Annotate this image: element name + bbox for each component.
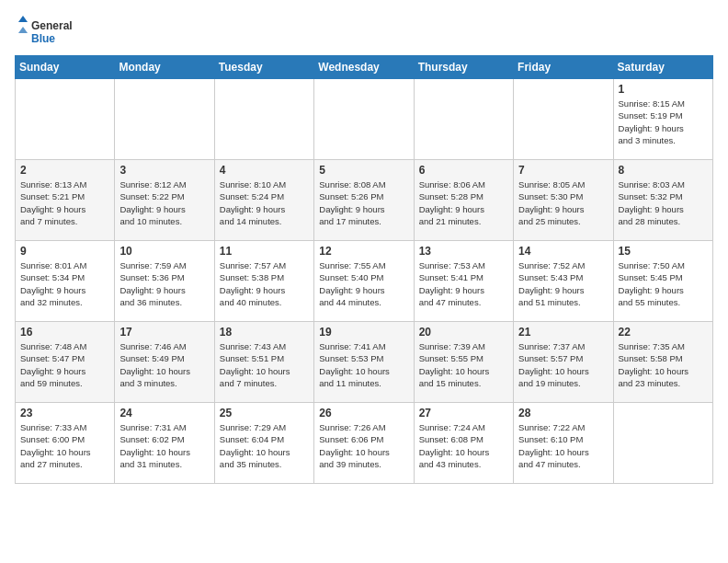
calendar-table: SundayMondayTuesdayWednesdayThursdayFrid… — [15, 55, 713, 484]
calendar-cell: 17Sunrise: 7:46 AM Sunset: 5:49 PM Dayli… — [115, 322, 214, 403]
calendar-cell — [314, 79, 414, 160]
logo: General Blue — [15, 15, 88, 48]
day-number: 27 — [419, 407, 508, 419]
calendar-cell: 12Sunrise: 7:55 AM Sunset: 5:40 PM Dayli… — [314, 241, 414, 322]
calendar-cell: 8Sunrise: 8:03 AM Sunset: 5:32 PM Daylig… — [613, 160, 712, 241]
calendar-cell: 19Sunrise: 7:41 AM Sunset: 5:53 PM Dayli… — [314, 322, 414, 403]
calendar-cell: 3Sunrise: 8:12 AM Sunset: 5:22 PM Daylig… — [115, 160, 214, 241]
day-number: 14 — [518, 245, 608, 258]
day-number: 20 — [419, 326, 508, 339]
day-number: 5 — [319, 164, 408, 177]
day-info: Sunrise: 7:48 AM Sunset: 5:47 PM Dayligh… — [20, 340, 109, 389]
calendar-cell — [214, 79, 313, 160]
day-number: 16 — [20, 326, 109, 339]
calendar-cell: 6Sunrise: 8:06 AM Sunset: 5:28 PM Daylig… — [414, 160, 513, 241]
svg-text:General: General — [31, 19, 73, 32]
calendar-cell: 28Sunrise: 7:22 AM Sunset: 6:10 PM Dayli… — [514, 403, 613, 484]
day-number: 12 — [319, 245, 408, 258]
day-number: 10 — [119, 245, 209, 258]
week-row-0: 1Sunrise: 8:15 AM Sunset: 5:19 PM Daylig… — [16, 79, 713, 160]
calendar-cell — [414, 79, 513, 160]
day-info: Sunrise: 8:01 AM Sunset: 5:34 PM Dayligh… — [20, 259, 109, 308]
day-number: 1 — [619, 83, 708, 96]
day-info: Sunrise: 8:08 AM Sunset: 5:26 PM Dayligh… — [319, 178, 408, 227]
calendar-cell: 20Sunrise: 7:39 AM Sunset: 5:55 PM Dayli… — [414, 322, 513, 403]
day-number: 9 — [20, 245, 109, 258]
weekday-header-monday: Monday — [115, 56, 214, 79]
day-info: Sunrise: 7:43 AM Sunset: 5:51 PM Dayligh… — [220, 340, 309, 389]
calendar-cell: 26Sunrise: 7:26 AM Sunset: 6:06 PM Dayli… — [314, 403, 414, 484]
calendar-cell: 16Sunrise: 7:48 AM Sunset: 5:47 PM Dayli… — [16, 322, 115, 403]
svg-text:Blue: Blue — [31, 32, 55, 45]
week-row-1: 2Sunrise: 8:13 AM Sunset: 5:21 PM Daylig… — [16, 160, 713, 241]
week-row-3: 16Sunrise: 7:48 AM Sunset: 5:47 PM Dayli… — [16, 322, 713, 403]
day-info: Sunrise: 7:53 AM Sunset: 5:41 PM Dayligh… — [419, 259, 508, 308]
day-number: 4 — [220, 164, 309, 177]
calendar-cell: 13Sunrise: 7:53 AM Sunset: 5:41 PM Dayli… — [414, 241, 513, 322]
calendar-cell: 10Sunrise: 7:59 AM Sunset: 5:36 PM Dayli… — [115, 241, 214, 322]
day-info: Sunrise: 8:10 AM Sunset: 5:24 PM Dayligh… — [220, 178, 309, 227]
week-row-4: 23Sunrise: 7:33 AM Sunset: 6:00 PM Dayli… — [16, 403, 713, 484]
calendar-cell — [514, 79, 613, 160]
calendar-cell — [115, 79, 214, 160]
day-number: 18 — [220, 326, 309, 339]
svg-marker-2 — [18, 16, 28, 22]
weekday-header-saturday: Saturday — [613, 56, 712, 79]
day-info: Sunrise: 7:37 AM Sunset: 5:57 PM Dayligh… — [518, 340, 608, 389]
day-info: Sunrise: 7:31 AM Sunset: 6:02 PM Dayligh… — [119, 421, 209, 470]
day-number: 28 — [518, 407, 608, 419]
calendar-cell: 5Sunrise: 8:08 AM Sunset: 5:26 PM Daylig… — [314, 160, 414, 241]
day-number: 17 — [119, 326, 209, 339]
calendar-cell — [16, 79, 115, 160]
day-number: 25 — [220, 407, 309, 419]
day-info: Sunrise: 7:22 AM Sunset: 6:10 PM Dayligh… — [518, 421, 608, 470]
calendar-cell: 4Sunrise: 8:10 AM Sunset: 5:24 PM Daylig… — [214, 160, 313, 241]
calendar-cell: 22Sunrise: 7:35 AM Sunset: 5:58 PM Dayli… — [613, 322, 712, 403]
weekday-header-wednesday: Wednesday — [314, 56, 414, 79]
day-info: Sunrise: 7:52 AM Sunset: 5:43 PM Dayligh… — [518, 259, 608, 308]
day-number: 21 — [518, 326, 608, 339]
day-info: Sunrise: 8:15 AM Sunset: 5:19 PM Dayligh… — [619, 98, 708, 146]
day-info: Sunrise: 7:59 AM Sunset: 5:36 PM Dayligh… — [119, 259, 209, 308]
calendar-cell: 9Sunrise: 8:01 AM Sunset: 5:34 PM Daylig… — [16, 241, 115, 322]
calendar-cell: 23Sunrise: 7:33 AM Sunset: 6:00 PM Dayli… — [16, 403, 115, 484]
day-number: 7 — [518, 164, 608, 177]
day-number: 6 — [419, 164, 508, 177]
day-info: Sunrise: 7:46 AM Sunset: 5:49 PM Dayligh… — [119, 340, 209, 389]
calendar-cell: 2Sunrise: 8:13 AM Sunset: 5:21 PM Daylig… — [16, 160, 115, 241]
day-number: 2 — [20, 164, 109, 177]
calendar-cell: 1Sunrise: 8:15 AM Sunset: 5:19 PM Daylig… — [613, 79, 712, 160]
day-info: Sunrise: 7:55 AM Sunset: 5:40 PM Dayligh… — [319, 259, 408, 308]
day-number: 15 — [619, 245, 708, 258]
calendar-cell: 14Sunrise: 7:52 AM Sunset: 5:43 PM Dayli… — [514, 241, 613, 322]
calendar-cell: 24Sunrise: 7:31 AM Sunset: 6:02 PM Dayli… — [115, 403, 214, 484]
day-number: 8 — [619, 164, 708, 177]
day-info: Sunrise: 8:06 AM Sunset: 5:28 PM Dayligh… — [419, 178, 508, 227]
calendar-cell: 25Sunrise: 7:29 AM Sunset: 6:04 PM Dayli… — [214, 403, 313, 484]
day-number: 11 — [220, 245, 309, 258]
logo-svg: General Blue — [15, 15, 88, 48]
day-info: Sunrise: 7:39 AM Sunset: 5:55 PM Dayligh… — [419, 340, 508, 389]
page-header: General Blue — [15, 15, 713, 48]
day-number: 23 — [20, 407, 109, 419]
calendar-cell: 11Sunrise: 7:57 AM Sunset: 5:38 PM Dayli… — [214, 241, 313, 322]
day-info: Sunrise: 7:57 AM Sunset: 5:38 PM Dayligh… — [220, 259, 309, 308]
calendar-cell: 18Sunrise: 7:43 AM Sunset: 5:51 PM Dayli… — [214, 322, 313, 403]
weekday-header-tuesday: Tuesday — [214, 56, 313, 79]
weekday-header-row: SundayMondayTuesdayWednesdayThursdayFrid… — [16, 56, 713, 79]
day-info: Sunrise: 7:33 AM Sunset: 6:00 PM Dayligh… — [20, 421, 109, 470]
day-info: Sunrise: 8:05 AM Sunset: 5:30 PM Dayligh… — [518, 178, 608, 227]
day-info: Sunrise: 7:50 AM Sunset: 5:45 PM Dayligh… — [619, 259, 708, 308]
week-row-2: 9Sunrise: 8:01 AM Sunset: 5:34 PM Daylig… — [16, 241, 713, 322]
day-info: Sunrise: 8:13 AM Sunset: 5:21 PM Dayligh… — [20, 178, 109, 227]
svg-marker-3 — [18, 27, 28, 33]
day-info: Sunrise: 7:29 AM Sunset: 6:04 PM Dayligh… — [220, 421, 309, 470]
day-number: 19 — [319, 326, 408, 339]
day-info: Sunrise: 8:12 AM Sunset: 5:22 PM Dayligh… — [119, 178, 209, 227]
day-info: Sunrise: 8:03 AM Sunset: 5:32 PM Dayligh… — [619, 178, 708, 227]
day-number: 26 — [319, 407, 408, 419]
calendar-cell: 15Sunrise: 7:50 AM Sunset: 5:45 PM Dayli… — [613, 241, 712, 322]
day-info: Sunrise: 7:26 AM Sunset: 6:06 PM Dayligh… — [319, 421, 408, 470]
day-number: 22 — [619, 326, 708, 339]
day-number: 3 — [119, 164, 209, 177]
